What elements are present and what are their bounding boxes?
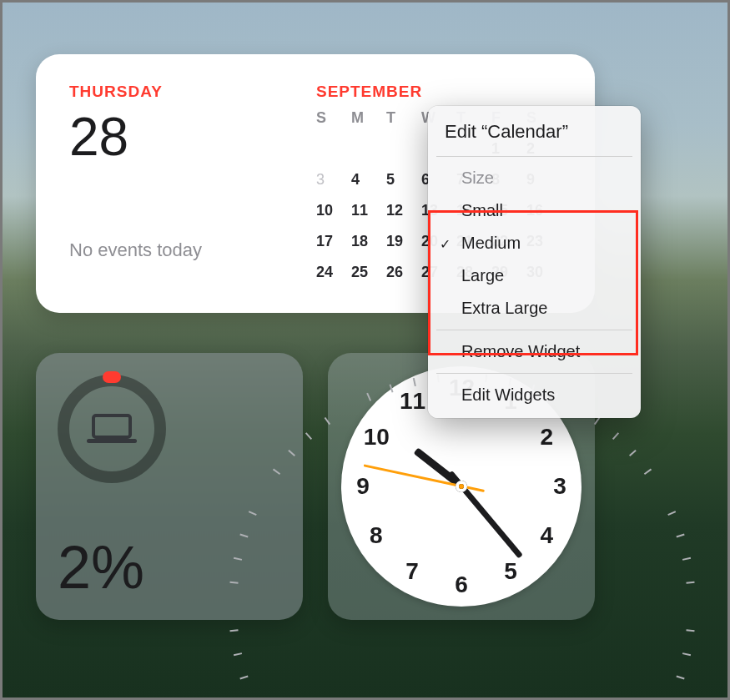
clock-tick xyxy=(366,393,371,401)
calendar-cell: 25 xyxy=(351,264,386,281)
menu-divider xyxy=(436,330,632,330)
menu-remove-widget[interactable]: Remove Widget xyxy=(428,335,641,368)
clock-tick xyxy=(594,417,600,425)
battery-widget[interactable]: 2% xyxy=(36,353,303,620)
menu-size-option[interactable]: Extra Large xyxy=(428,292,641,325)
clock-number: 3 xyxy=(547,473,572,500)
clock-number: 7 xyxy=(400,558,425,585)
clock-tick xyxy=(676,534,684,538)
calendar-cell: 18 xyxy=(351,233,386,250)
menu-edit-suffix: ” xyxy=(562,121,568,142)
clock-tick xyxy=(686,582,694,584)
clock-number: 9 xyxy=(350,473,375,500)
clock-tick xyxy=(644,469,652,475)
clock-minute-hand xyxy=(459,485,522,559)
menu-edit-prefix: Edit “ xyxy=(445,121,487,142)
clock-number: 2 xyxy=(534,424,559,451)
svg-rect-0 xyxy=(93,415,130,437)
clock-tick xyxy=(629,450,637,456)
clock-number: 4 xyxy=(534,522,559,549)
clock-tick xyxy=(676,675,684,679)
menu-size-option-label: Small xyxy=(461,201,503,219)
calendar-cell: 10 xyxy=(316,202,351,219)
clock-tick xyxy=(682,652,691,656)
calendar-cell: 5 xyxy=(386,171,421,189)
clock-tick xyxy=(234,652,242,656)
clock-tick xyxy=(612,432,619,440)
menu-edit-name: Calendar xyxy=(487,121,561,142)
calendar-cell: 4 xyxy=(351,171,386,189)
clock-number: 8 xyxy=(364,522,389,549)
battery-percent: 2% xyxy=(58,533,144,602)
clock-tick xyxy=(390,384,394,392)
calendar-cell: 3 xyxy=(316,171,351,189)
calendar-cell xyxy=(316,140,351,158)
calendar-dayname: THURSDAY xyxy=(69,83,316,101)
clock-tick xyxy=(325,417,330,425)
calendar-cell: 24 xyxy=(316,264,351,281)
calendar-cell xyxy=(386,140,421,158)
clock-tick xyxy=(667,511,676,516)
svg-rect-1 xyxy=(87,439,137,443)
clock-number: 6 xyxy=(449,572,474,598)
clock-center-pin xyxy=(456,481,467,492)
calendar-day-header: M xyxy=(351,109,386,127)
calendar-today-panel: THURSDAY 28 No events today xyxy=(69,83,316,288)
menu-size-option[interactable]: Small xyxy=(428,194,641,227)
calendar-daynum: 28 xyxy=(69,106,316,168)
clock-number: 5 xyxy=(498,558,523,585)
clock-number: 10 xyxy=(364,424,389,451)
calendar-cell: 26 xyxy=(386,264,421,281)
menu-size-header: Size xyxy=(428,162,641,194)
clock-tick xyxy=(682,557,691,561)
clock-tick xyxy=(239,675,248,679)
calendar-cell: 12 xyxy=(386,202,421,219)
clock-tick xyxy=(686,629,694,632)
menu-divider xyxy=(436,156,632,157)
menu-size-option-label: Medium xyxy=(461,234,521,252)
calendar-day-header: S xyxy=(316,109,351,127)
clock-tick xyxy=(229,629,238,632)
calendar-day-header: T xyxy=(386,109,421,127)
laptop-icon xyxy=(58,375,166,483)
widget-context-menu[interactable]: Edit “Calendar” Size Small✓MediumLargeEx… xyxy=(428,106,641,418)
calendar-cell: 11 xyxy=(351,202,386,219)
calendar-no-events: No events today xyxy=(69,239,316,261)
menu-size-option[interactable]: ✓Medium xyxy=(428,227,641,259)
clock-number: 11 xyxy=(400,388,425,415)
calendar-month-label: SEPTEMBER xyxy=(316,83,561,101)
menu-edit-calendar[interactable]: Edit “Calendar” xyxy=(428,113,641,151)
menu-size-option-label: Extra Large xyxy=(461,299,547,317)
calendar-cell: 19 xyxy=(386,233,421,250)
clock-tick xyxy=(413,378,416,386)
calendar-cell: 17 xyxy=(316,233,351,250)
checkmark-icon: ✓ xyxy=(440,235,451,251)
menu-divider xyxy=(436,373,632,374)
menu-size-option[interactable]: Large xyxy=(428,259,641,292)
menu-size-option-label: Large xyxy=(461,266,504,285)
calendar-cell xyxy=(351,140,386,158)
menu-edit-widgets[interactable]: Edit Widgets xyxy=(428,379,641,411)
battery-ring xyxy=(58,375,166,483)
clock-tick xyxy=(305,432,312,440)
